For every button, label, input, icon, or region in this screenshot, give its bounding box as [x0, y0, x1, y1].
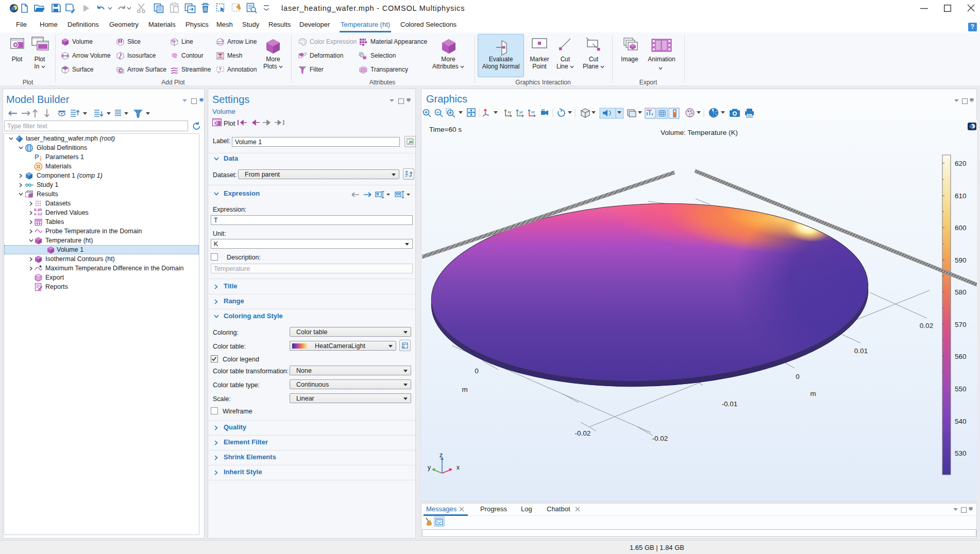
svg-text:-0.02: -0.02: [575, 429, 591, 437]
svg-text:xy: xy: [508, 110, 512, 114]
svg-text:0.01: 0.01: [854, 347, 868, 355]
svg-text:600: 600: [955, 224, 967, 232]
svg-text:0.02: 0.02: [920, 322, 933, 330]
svg-text:0: 0: [475, 367, 479, 375]
svg-text:580: 580: [955, 288, 967, 296]
svg-text:590: 590: [955, 256, 967, 264]
svg-text:x: x: [457, 463, 460, 471]
svg-text:-0.01: -0.01: [722, 400, 738, 408]
svg-text:xz: xz: [531, 110, 535, 114]
svg-text:-0.02: -0.02: [652, 435, 668, 442]
svg-text:m: m: [810, 390, 816, 397]
svg-text:530: 530: [955, 449, 967, 457]
svg-text:0: 0: [796, 373, 800, 380]
svg-text:Volume: Temperature (K): Volume: Temperature (K): [661, 129, 738, 136]
svg-text:m: m: [462, 386, 467, 393]
svg-text:610: 610: [955, 192, 967, 200]
svg-text:540: 540: [955, 418, 967, 425]
svg-text:620: 620: [955, 160, 967, 167]
svg-text:570: 570: [955, 321, 967, 328]
svg-text:y: y: [428, 463, 431, 471]
svg-text:z: z: [440, 451, 443, 459]
svg-text:Time=60 s: Time=60 s: [429, 126, 462, 133]
svg-text:550: 550: [955, 385, 967, 393]
svg-text:yz: yz: [519, 110, 523, 114]
svg-text:560: 560: [955, 353, 967, 360]
